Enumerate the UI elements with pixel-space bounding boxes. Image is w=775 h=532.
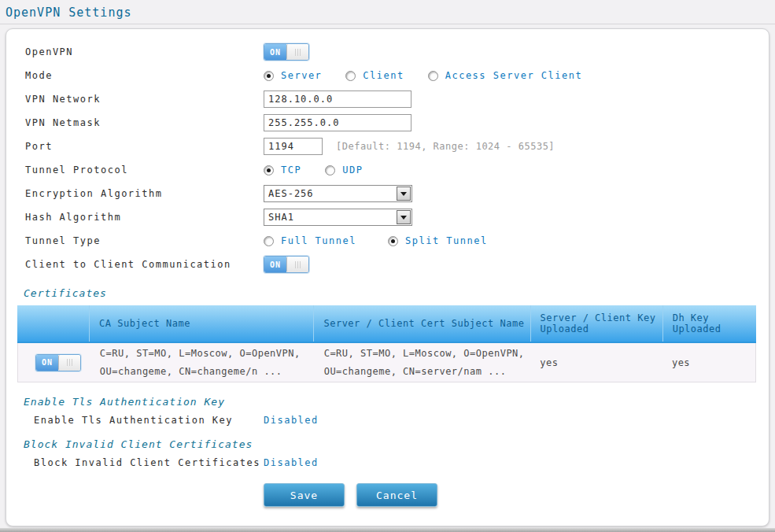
block-invalid-heading: Block Invalid Client Certificates bbox=[24, 438, 769, 450]
header-cell-ca-subject: CA Subject Name bbox=[90, 305, 314, 342]
chevron-down-icon bbox=[400, 216, 407, 220]
row-block-invalid: Block Invalid Client Certificates Disabl… bbox=[6, 457, 769, 468]
hash-algorithm-label: Hash Algorithm bbox=[6, 212, 264, 223]
toggle-knob bbox=[286, 257, 308, 272]
vpn-netmask-input[interactable] bbox=[264, 114, 411, 131]
toggle-knob bbox=[58, 355, 80, 371]
toggle-on-label: ON bbox=[264, 44, 286, 60]
tunnel-type-split-label: Split Tunnel bbox=[405, 235, 488, 246]
mode-label: Mode bbox=[6, 70, 264, 81]
tunnel-protocol-label: Tunnel Protocol bbox=[6, 164, 264, 175]
protocol-option-udp[interactable]: UDP bbox=[325, 164, 363, 175]
cancel-button[interactable]: Cancel bbox=[356, 483, 437, 507]
tls-auth-label: Enable Tls Authentication Key bbox=[6, 415, 264, 426]
hash-selected-value: SHA1 bbox=[264, 212, 294, 223]
mode-option-asc-label: Access Server Client bbox=[445, 70, 583, 81]
mode-option-client[interactable]: Client bbox=[345, 70, 404, 81]
block-invalid-status: Disabled bbox=[264, 457, 319, 468]
vpn-network-label: VPN Network bbox=[6, 94, 264, 105]
row-hash-algorithm: Hash Algorithm SHA1 bbox=[6, 205, 769, 229]
row-port: Port [Default: 1194, Range: 1024 - 65535… bbox=[6, 135, 769, 158]
row-tls-auth: Enable Tls Authentication Key Disabled bbox=[6, 415, 769, 426]
dropdown-button[interactable] bbox=[397, 210, 411, 224]
tunnel-type-option-split[interactable]: Split Tunnel bbox=[388, 235, 488, 246]
radio-icon[interactable] bbox=[264, 236, 274, 246]
toggle-grip-icon bbox=[295, 49, 301, 56]
certificate-row-toggle[interactable]: ON bbox=[35, 354, 81, 371]
radio-checked-icon[interactable] bbox=[264, 165, 274, 175]
mode-option-server-label: Server bbox=[281, 70, 322, 81]
openvpn-form: OpenVPN ON Mode Server Client bbox=[6, 29, 769, 276]
row-tunnel-protocol: Tunnel Protocol TCP UDP bbox=[6, 158, 769, 182]
tunnel-type-radio-group: Full Tunnel Split Tunnel bbox=[264, 235, 511, 246]
protocol-option-tcp-label: TCP bbox=[281, 164, 301, 175]
settings-panel: OpenVPN ON Mode Server Client bbox=[6, 28, 769, 526]
toggle-grip-icon bbox=[67, 359, 73, 366]
block-invalid-label: Block Invalid Client Certificates bbox=[6, 457, 264, 468]
radio-icon[interactable] bbox=[325, 165, 335, 175]
title-bar: OpenVPN Settings bbox=[0, 0, 775, 24]
radio-checked-icon[interactable] bbox=[388, 236, 398, 246]
header-cell-key-uploaded: Server / Client Key Uploaded bbox=[531, 305, 663, 342]
protocol-option-tcp[interactable]: TCP bbox=[264, 164, 301, 175]
save-button[interactable]: Save bbox=[264, 483, 345, 507]
port-input[interactable] bbox=[264, 138, 323, 155]
tunnel-type-label: Tunnel Type bbox=[6, 235, 264, 246]
mode-option-access-server-client[interactable]: Access Server Client bbox=[428, 70, 583, 81]
tunnel-type-full-label: Full Tunnel bbox=[281, 235, 356, 246]
dropdown-button[interactable] bbox=[397, 187, 411, 201]
page-title: OpenVPN Settings bbox=[6, 6, 775, 20]
chevron-down-icon bbox=[400, 192, 407, 196]
ca-subject-name-value: C=RU, ST=MO, L=Moscow, O=OpenVPN, OU=cha… bbox=[100, 345, 301, 381]
bottom-divider-bar bbox=[0, 528, 775, 532]
certificates-table: CA Subject Name Server / Client Cert Sub… bbox=[17, 305, 756, 382]
openvpn-toggle[interactable]: ON bbox=[264, 43, 309, 61]
toggle-on-label: ON bbox=[36, 355, 58, 371]
row-tunnel-type: Tunnel Type Full Tunnel Split Tunnel bbox=[6, 229, 769, 253]
radio-icon[interactable] bbox=[428, 71, 438, 81]
mode-option-client-label: Client bbox=[363, 70, 404, 81]
openvpn-label: OpenVPN bbox=[6, 46, 264, 57]
row-openvpn: OpenVPN ON bbox=[6, 40, 769, 64]
encryption-selected-value: AES-256 bbox=[264, 188, 314, 199]
certificates-heading: Certificates bbox=[24, 287, 769, 299]
radio-checked-icon[interactable] bbox=[264, 71, 274, 81]
tls-auth-status: Disabled bbox=[264, 415, 319, 426]
row-mode: Mode Server Client Access Server Client bbox=[6, 64, 769, 87]
cert-subject-line1: C=RU, ST=MO, L=Moscow, O=OpenVPN, bbox=[324, 345, 525, 363]
row-vpn-netmask: VPN Netmask bbox=[6, 111, 769, 135]
tunnel-type-option-full[interactable]: Full Tunnel bbox=[264, 235, 356, 246]
port-hint: [Default: 1194, Range: 1024 - 65535] bbox=[336, 141, 555, 152]
tls-auth-heading: Enable Tls Authentication Key bbox=[24, 396, 769, 408]
row-vpn-network: VPN Network bbox=[6, 87, 769, 111]
radio-icon[interactable] bbox=[345, 71, 356, 81]
tunnel-protocol-radio-group: TCP UDP bbox=[264, 164, 386, 175]
dh-uploaded-value: yes bbox=[662, 343, 755, 382]
encryption-algorithm-label: Encryption Algorithm bbox=[6, 188, 264, 199]
vpn-netmask-label: VPN Netmask bbox=[6, 117, 264, 128]
button-row: Save Cancel bbox=[264, 483, 769, 507]
header-cell-toggle bbox=[17, 305, 90, 342]
encryption-algorithm-select[interactable]: AES-256 bbox=[264, 185, 412, 202]
protocol-option-udp-label: UDP bbox=[342, 164, 363, 175]
header-cell-cert-subject: Server / Client Cert Subject Name bbox=[314, 305, 530, 342]
toggle-knob bbox=[286, 44, 308, 60]
cert-subject-line2: OU=changeme, CN=server/nam ... bbox=[324, 363, 525, 381]
port-label: Port bbox=[6, 141, 264, 152]
mode-radio-group: Server Client Access Server Client bbox=[264, 70, 606, 81]
client-to-client-toggle[interactable]: ON bbox=[264, 256, 309, 273]
certificates-table-header: CA Subject Name Server / Client Cert Sub… bbox=[17, 305, 756, 343]
table-row: ON C=RU, ST=MO, L=Moscow, O=OpenVPN, OU=… bbox=[17, 343, 756, 382]
mode-option-server[interactable]: Server bbox=[264, 70, 322, 81]
header-cell-dh-uploaded: Dh Key Uploaded bbox=[663, 305, 756, 342]
hash-algorithm-select[interactable]: SHA1 bbox=[264, 209, 412, 226]
ca-subject-line2: OU=changeme, CN=changeme/n ... bbox=[100, 363, 301, 381]
vpn-network-input[interactable] bbox=[264, 91, 411, 108]
ca-subject-line1: C=RU, ST=MO, L=Moscow, O=OpenVPN, bbox=[100, 345, 301, 363]
row-client-to-client: Client to Client Communication ON bbox=[6, 253, 769, 276]
toggle-grip-icon bbox=[295, 261, 301, 268]
toggle-on-label: ON bbox=[264, 257, 286, 272]
row-encryption-algorithm: Encryption Algorithm AES-256 bbox=[6, 182, 769, 205]
client-to-client-label: Client to Client Communication bbox=[6, 259, 264, 270]
cert-subject-name-value: C=RU, ST=MO, L=Moscow, O=OpenVPN, OU=cha… bbox=[324, 345, 525, 381]
